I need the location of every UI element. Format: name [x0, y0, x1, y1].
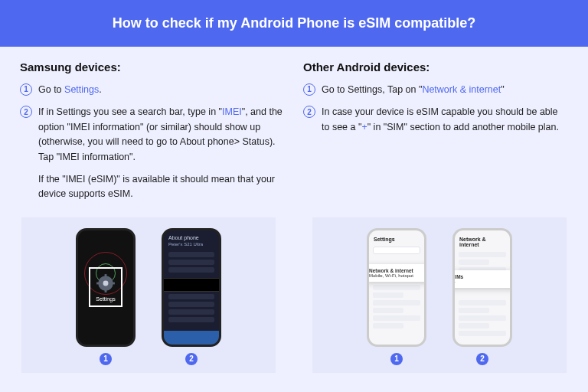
other-step-1: 1 Go to Settings, Tap on "Network & inte…: [303, 83, 568, 97]
other-step-2: 2 In case your device is eSIM capable yo…: [303, 105, 568, 135]
other-phone-2: Network & internet SIMs — +: [452, 228, 512, 347]
samsung-note: If the "IMEI (eSIM)" is available it sho…: [38, 172, 285, 202]
step-number-icon: 1: [303, 83, 315, 96]
samsung-phone-2: About phone Peter's S21 Ultra: [162, 228, 221, 347]
samsung-phone-row: Settings 1 About phone Peter's S21 Ultra…: [21, 217, 276, 373]
network-link[interactable]: Network & internet: [422, 84, 501, 95]
sims-card: SIMs — +: [452, 270, 512, 288]
page-title: How to check if my Android Phone is eSIM…: [0, 0, 588, 47]
phone-badge: 1: [100, 353, 112, 365]
network-card: Network & internet Mobile, Wi-Fi, hotspo…: [367, 264, 426, 282]
footer-bar: [164, 331, 219, 345]
step-number-icon: 1: [20, 83, 32, 96]
about-phone-title: About phone: [164, 230, 219, 242]
search-bar: [373, 247, 420, 254]
phone-badge: 2: [185, 353, 198, 365]
other-heading: Other Android devices:: [303, 60, 568, 74]
step-number-icon: 2: [303, 106, 315, 118]
svg-rect-2: [105, 274, 107, 277]
imei-highlight-bar: [162, 278, 221, 292]
other-phone-row: Settings Network & internet Mobile, Wi-F…: [312, 217, 567, 373]
settings-screen-title: Settings: [369, 230, 424, 244]
svg-rect-5: [112, 282, 115, 284]
network-screen-title: Network & internet: [455, 230, 510, 250]
svg-rect-4: [96, 282, 100, 284]
samsung-step-1: 1 Go to Settings.: [20, 83, 285, 97]
svg-point-1: [103, 280, 109, 286]
svg-rect-3: [105, 289, 107, 292]
other-phone-1: Settings Network & internet Mobile, Wi-F…: [367, 228, 426, 347]
about-phone-sub: Peter's S21 Ultra: [164, 242, 219, 250]
step-number-icon: 2: [20, 106, 32, 118]
phone-badge: 2: [476, 353, 488, 365]
other-column: Other Android devices: 1 Go to Settings,…: [303, 60, 568, 208]
gear-icon: [96, 273, 116, 293]
samsung-step-2: 2 If in Settings you see a search bar, t…: [20, 105, 285, 165]
samsung-heading: Samsung devices:: [20, 60, 285, 74]
samsung-column: Samsung devices: 1 Go to Settings. 2 If …: [20, 60, 285, 208]
samsung-phone-1: Settings: [76, 228, 136, 347]
phone-badge: 1: [390, 353, 403, 365]
settings-link[interactable]: Settings: [64, 84, 99, 95]
plus-link[interactable]: +: [361, 122, 367, 132]
imei-link[interactable]: IMEI: [222, 106, 242, 117]
settings-app-icon: Settings: [89, 267, 122, 307]
